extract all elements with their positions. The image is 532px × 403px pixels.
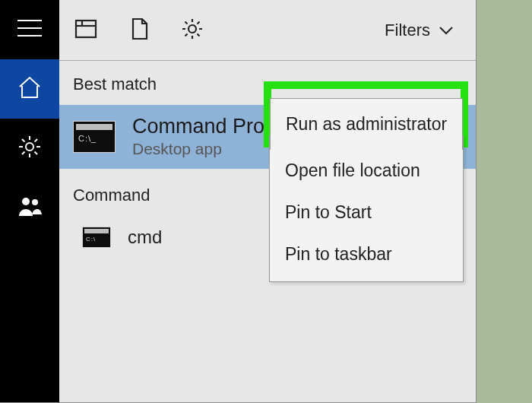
sidebar-item-hamburger[interactable] [0,0,59,59]
start-search-panel: Filters Best match C:\_ Command Prompt D… [0,0,477,403]
sidebar-item-home[interactable] [0,59,59,119]
svg-point-3 [26,143,33,151]
filter-apps-button[interactable] [73,17,99,43]
chevron-down-icon [438,22,454,39]
gear-icon [180,17,204,44]
cmd-icon: C:\ [82,227,111,248]
context-menu: Run as administrator Open file location … [269,135,464,282]
sidebar-item-settings[interactable] [0,119,59,178]
svg-rect-6 [76,21,96,37]
topbar-filter-icons [73,17,205,43]
svg-point-4 [22,198,30,205]
topbar: Filters [59,0,476,61]
context-pin-to-start[interactable]: Pin to Start [270,192,463,233]
window-icon [74,17,98,44]
content-area: Filters Best match C:\_ Command Prompt D… [59,0,476,402]
filter-documents-button[interactable] [126,17,152,43]
context-open-file-location[interactable]: Open file location [270,150,463,192]
svg-point-5 [32,199,38,205]
sidebar [0,0,59,402]
sidebar-item-people[interactable] [0,178,59,237]
hamburger-icon [16,17,43,42]
cmd-title: cmd [128,227,162,248]
gear-icon [17,134,43,163]
svg-point-9 [188,25,196,33]
document-icon [127,17,151,44]
people-icon [17,193,43,222]
context-run-as-admin[interactable]: Run as administrator [270,98,463,150]
filter-settings-button[interactable] [179,17,205,43]
context-pin-to-taskbar[interactable]: Pin to taskbar [270,233,463,275]
cmd-prompt-icon: C:\_ [73,121,116,153]
results-area: Best match C:\_ Command Prompt Desktop a… [59,61,476,402]
filters-dropdown[interactable]: Filters [385,21,454,40]
filters-label: Filters [385,21,430,40]
home-icon [17,75,43,103]
